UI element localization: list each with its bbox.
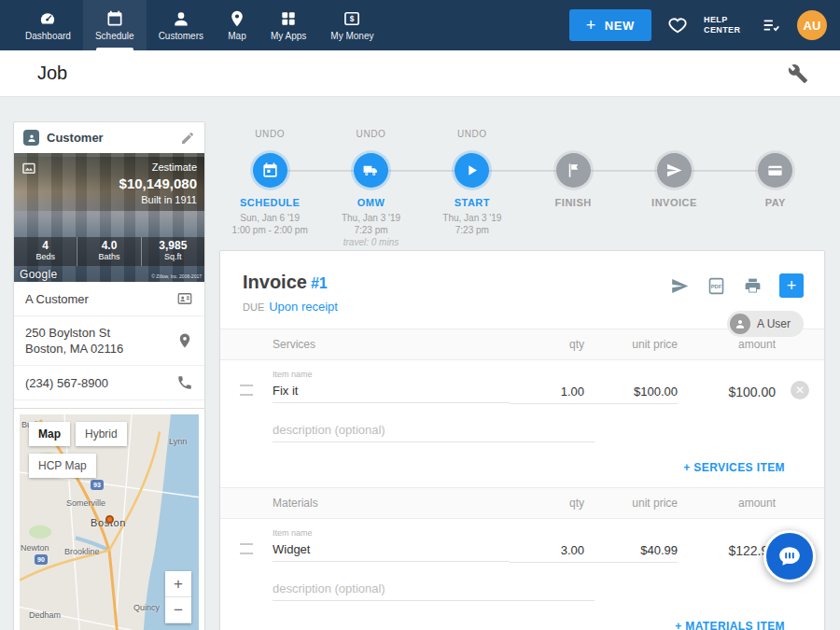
- chat-support-button[interactable]: [763, 530, 816, 582]
- print-icon[interactable]: [743, 276, 763, 296]
- heart-icon[interactable]: [667, 15, 688, 35]
- remove-service-item-button[interactable]: ✕: [791, 381, 809, 399]
- add-material-row: + MATERIALS ITEM: [220, 607, 824, 630]
- stage-date: Thu, Jan 3 '19: [442, 212, 501, 224]
- undo-omw-link[interactable]: UNDO: [357, 129, 386, 153]
- service-description-input[interactable]: [273, 419, 595, 442]
- add-service-row: + SERVICES ITEM: [220, 448, 824, 487]
- stage-label: INVOICE: [651, 197, 697, 208]
- add-invoice-button[interactable]: +: [779, 273, 804, 298]
- highway-shield-90: 90: [35, 554, 48, 565]
- service-item-row: Item name $100.00 ✕: [220, 360, 824, 404]
- drag-handle-icon[interactable]: [240, 543, 253, 554]
- stat-value: 4.0: [77, 240, 140, 252]
- zestimate-block: Zestimate $10,149,080 Built in 1911: [14, 157, 204, 211]
- schedule-calendar-icon[interactable]: [253, 153, 287, 188]
- undo-schedule-link[interactable]: UNDO: [255, 129, 285, 153]
- stat-label: Sq.ft: [142, 252, 204, 262]
- zoom-out-button[interactable]: −: [165, 597, 191, 623]
- due-terms-link[interactable]: Upon receipt: [269, 300, 338, 314]
- nav-item-customers[interactable]: Customers: [147, 0, 216, 50]
- amount-column-header: amount: [678, 338, 776, 351]
- nav-item-my-apps[interactable]: My Apps: [259, 0, 318, 50]
- add-materials-item-link[interactable]: + MATERIALS ITEM: [675, 620, 785, 630]
- plus-icon: +: [586, 17, 596, 34]
- svg-text:$: $: [350, 14, 355, 23]
- customer-address: 250 Boylston St Boston, MA 02116: [25, 325, 176, 357]
- pdf-icon[interactable]: PDF: [707, 276, 726, 296]
- service-qty-input[interactable]: [510, 381, 584, 404]
- nav-item-map[interactable]: Map: [216, 0, 259, 50]
- service-unit-price-input[interactable]: [584, 381, 678, 404]
- start-play-icon[interactable]: [455, 153, 489, 188]
- invoice-number-link[interactable]: #1: [311, 275, 328, 291]
- stage-pay: PAY: [725, 129, 826, 248]
- stage-time: 7:23 pm: [354, 224, 387, 236]
- invoice-toolbar: PDF +: [670, 273, 804, 298]
- stage-label: START: [455, 197, 490, 208]
- drag-handle-icon[interactable]: [240, 385, 253, 396]
- location-pin-icon[interactable]: [176, 332, 193, 349]
- services-section-label: Services: [273, 338, 510, 351]
- edit-pencil-icon[interactable]: [180, 131, 195, 146]
- new-button[interactable]: + NEW: [569, 9, 651, 41]
- stat-beds: 4 Beds: [14, 237, 77, 266]
- stat-baths: 4.0 Baths: [77, 237, 140, 266]
- customer-card-header: Customer: [14, 122, 204, 153]
- help-center-link[interactable]: HELP CENTER: [704, 15, 745, 35]
- nav-label: Map: [228, 31, 245, 41]
- job-tools-wrench-icon[interactable]: [788, 63, 808, 84]
- tasks-checklist-icon[interactable]: [761, 15, 781, 35]
- add-services-item-link[interactable]: + SERVICES ITEM: [683, 461, 785, 474]
- svg-text:PDF: PDF: [711, 283, 722, 288]
- pay-card-icon[interactable]: [758, 153, 792, 188]
- material-description-input[interactable]: [273, 578, 595, 601]
- nav-item-my-money[interactable]: $ My Money: [318, 0, 385, 50]
- zoom-in-button[interactable]: +: [165, 571, 191, 597]
- service-name-input[interactable]: [273, 380, 510, 403]
- map-canvas[interactable]: Burlington Lynn Somerville Boston Brookl…: [20, 414, 199, 630]
- user-avatar[interactable]: AU: [797, 10, 827, 40]
- assignee-chip[interactable]: A User: [727, 311, 804, 337]
- map-type-hybrid-button[interactable]: Hybrid: [76, 422, 127, 446]
- hcp-map-button[interactable]: HCP Map: [29, 454, 96, 478]
- customer-icon: [23, 130, 39, 146]
- due-label: DUE: [243, 301, 264, 313]
- stage-label: PAY: [765, 197, 786, 208]
- stage-omw: UNDO OMW Thu, Jan 3 '19 7:23 pm travel: …: [320, 129, 421, 248]
- nav-item-schedule[interactable]: Schedule: [83, 0, 147, 50]
- material-name-input[interactable]: [273, 539, 510, 562]
- omw-truck-icon[interactable]: [354, 153, 388, 188]
- service-amount: $100.00: [678, 370, 776, 399]
- job-location-marker: [105, 515, 114, 524]
- unit-price-column-header: unit price: [584, 497, 678, 510]
- finish-flag-icon[interactable]: [556, 153, 591, 188]
- service-qty-field: [510, 370, 584, 404]
- stage-finish: FINISH: [523, 129, 623, 248]
- send-invoice-icon[interactable]: [670, 276, 690, 296]
- nav-items: Dashboard Schedule Customers Map: [13, 0, 385, 50]
- map-type-map-button[interactable]: Map: [29, 422, 70, 446]
- calendar-icon: [105, 9, 124, 28]
- map-pin-icon: [228, 9, 246, 28]
- map-card: Burlington Lynn Somerville Boston Brookl…: [13, 408, 205, 630]
- nav-item-dashboard[interactable]: Dashboard: [13, 0, 83, 50]
- map-city-label: Newton: [21, 543, 49, 553]
- contact-card-icon[interactable]: [176, 290, 193, 307]
- invoice-send-icon[interactable]: [657, 153, 692, 188]
- nav-label: Schedule: [95, 31, 134, 41]
- material-qty-input[interactable]: [510, 539, 584, 563]
- nav-label: My Apps: [271, 31, 306, 41]
- label-spacer: [510, 528, 584, 539]
- materials-section-label: Materials: [273, 497, 510, 510]
- stat-value: 4: [14, 240, 77, 252]
- content: Customer Zestimate $10,149,080 Built in …: [0, 97, 840, 630]
- material-amount: $122.97: [678, 528, 776, 558]
- nav-label: My Money: [330, 31, 373, 41]
- stage-schedule: UNDO SCHEDULE Sun, Jan 6 '19 1:00 pm - 2…: [219, 129, 320, 248]
- stat-label: Beds: [14, 252, 77, 262]
- material-unit-price-input[interactable]: [584, 539, 678, 563]
- phone-icon[interactable]: [176, 374, 193, 391]
- undo-start-link[interactable]: UNDO: [457, 129, 487, 153]
- zestimate-label: Zestimate: [21, 161, 197, 175]
